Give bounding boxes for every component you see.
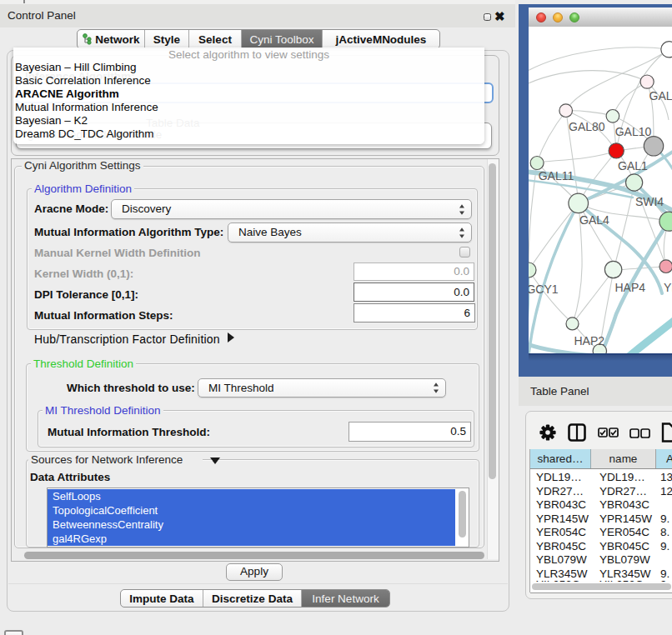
svg-text:GAL10: GAL10 xyxy=(615,125,652,138)
svg-text:SWI4: SWI4 xyxy=(635,195,664,208)
svg-text:GCY1: GCY1 xyxy=(529,282,559,296)
svg-text:GAL4: GAL4 xyxy=(579,213,609,227)
svg-text:GAL11: GAL11 xyxy=(539,169,574,182)
svg-text:HAP2: HAP2 xyxy=(574,334,605,348)
svg-text:GAL7: GAL7 xyxy=(649,89,672,102)
svg-text:HAP4: HAP4 xyxy=(615,281,646,294)
svg-text:GAL1: GAL1 xyxy=(618,159,648,172)
svg-text:YM: YM xyxy=(664,281,672,294)
svg-text:GAL80: GAL80 xyxy=(569,120,605,133)
